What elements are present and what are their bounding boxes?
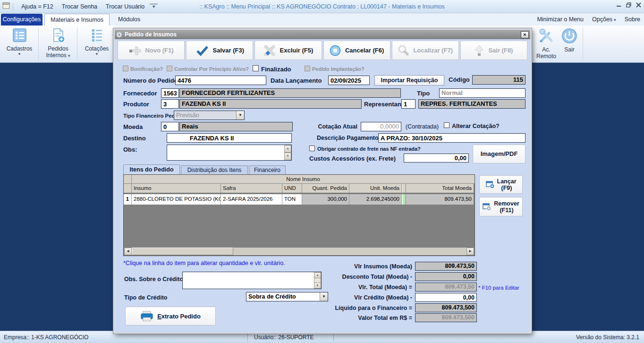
dialog-toolbar: Novo (F1) Salvar (F3) Excluir (F5)	[118, 41, 527, 60]
localizar-button[interactable]: Localizar (F7)	[392, 41, 459, 60]
col-quant-pedida[interactable]: Quant. Pedida	[302, 184, 349, 193]
scroll-up-icon[interactable]: ▲	[314, 272, 321, 278]
novo-button[interactable]: Novo (F1)	[118, 41, 185, 60]
contratada-label: (Contratada)	[406, 123, 439, 130]
tab-itens-pedido[interactable]: Itens do Pedido	[123, 164, 180, 174]
col-insumo[interactable]: Insumo	[132, 184, 221, 193]
scroll-down-icon[interactable]: ▼	[314, 283, 321, 289]
tab-configuracoes[interactable]: Configurações	[1, 14, 42, 26]
tab-materiais-insumos[interactable]: Materiais e Insumos	[44, 14, 110, 26]
window-titlebar: Ajuda = F12 Trocar Senha Trocar Usuário …	[0, 0, 644, 13]
tipo-financeiro-select[interactable]: Previsão ▼	[174, 111, 245, 120]
acesso-remoto-button[interactable]: Ac.Remoto	[534, 27, 559, 60]
fornecedor-codigo-input[interactable]	[161, 88, 179, 98]
data-lancamento-input[interactable]	[328, 76, 370, 85]
bonificacao-checkbox[interactable]	[123, 66, 128, 71]
alterar-cotacao-checkbox[interactable]	[444, 122, 449, 128]
pedido-insumos-window: Pedido de Insumos × Novo (F1) Salvar (F3…	[113, 28, 532, 334]
representante-nome-field: REPRES. FERTILIZANTES	[418, 99, 525, 109]
representante-codigo-input[interactable]	[401, 99, 415, 109]
destino-input[interactable]	[167, 133, 292, 143]
minimize-icon[interactable]	[616, 2, 621, 8]
custos-acessorios-label: Custos Acessórios (ex. Frete)	[309, 155, 396, 162]
finalizado-checkbox[interactable]	[253, 65, 259, 71]
numero-pedido-label: Número do Pedido	[123, 77, 178, 84]
implantacao-checkbox[interactable]	[305, 66, 310, 71]
cadastros-icon	[11, 27, 27, 43]
col-total-moeda[interactable]: Total Moeda	[406, 184, 474, 193]
obrigar-frete-label: Obrigar contrato de frete nas NF entrada…	[317, 146, 421, 152]
pedidos-internos-button[interactable]: Pedidos Internos ▾	[40, 27, 76, 60]
custos-acessorios-input[interactable]	[404, 154, 469, 163]
cell-und[interactable]: TON	[282, 194, 302, 205]
toolbar-overflow-icon[interactable]: ▾	[150, 4, 158, 9]
ribbon-sair-button[interactable]: Sair	[558, 27, 581, 60]
cell-total[interactable]: 809.473,50	[406, 194, 474, 205]
sobre-menu[interactable]: Sobre	[625, 16, 640, 23]
grid-corner	[124, 175, 132, 184]
opcoes-menu[interactable]: Opções▾	[592, 16, 616, 23]
scroll-left-icon[interactable]: ◄	[124, 248, 132, 255]
dialog-titlebar[interactable]: Pedido de Insumos ×	[115, 30, 530, 39]
dialog-close-button[interactable]: ×	[521, 31, 529, 38]
ribbon-tab-row: Configurações Materiais e Insumos Módulo…	[0, 13, 644, 26]
menu-ajuda[interactable]: Ajuda = F12	[17, 3, 58, 10]
restore-icon[interactable]	[626, 2, 631, 8]
obs-credito-textarea[interactable]	[182, 272, 322, 289]
cell-insumo[interactable]: 2880-CLORETO DE POTASSIO (KCL)	[132, 194, 221, 205]
importar-requisicao-button[interactable]: Importar Requisição	[374, 75, 444, 86]
chevron-down-icon: ▾	[68, 53, 70, 58]
salvar-button[interactable]: Salvar (F3)	[186, 41, 253, 60]
descricao-pagamento-input[interactable]	[378, 133, 525, 143]
tipo-credito-select[interactable]: Sobra de Crédito ▼	[246, 292, 328, 301]
scroll-up-icon[interactable]: ▲	[284, 145, 291, 153]
scroll-down-icon[interactable]: ▼	[284, 153, 291, 160]
vlr-insumos-label: Vlr Insumos (Moeda)	[256, 263, 412, 270]
produtor-codigo-input[interactable]	[161, 99, 179, 109]
status-usuario: Usuário:: 26-SUPORTE	[254, 334, 314, 341]
plus-icon	[129, 45, 141, 56]
excluir-button[interactable]: Excluir (F5)	[254, 41, 322, 60]
remover-button[interactable]: Remover(F11)	[479, 197, 523, 216]
principio-ativo-checkbox[interactable]	[167, 66, 172, 71]
obs-textarea[interactable]	[167, 145, 292, 161]
cancelar-button[interactable]: Cancelar (F6)	[323, 41, 390, 60]
imagem-pdf-button[interactable]: Imagem/PDF	[473, 145, 525, 163]
col-unit-moeda[interactable]: Unit. Moeda	[349, 184, 402, 193]
lancar-button[interactable]: Lançar(F9)	[479, 175, 523, 194]
grid-horizontal-scrollbar[interactable]: ◄ ►	[124, 248, 474, 255]
col-safra[interactable]: Safra	[221, 184, 282, 193]
obs-scrollbar[interactable]: ▲ ▼	[284, 145, 291, 160]
minimizar-menu-button[interactable]: Minimizar o Menu	[537, 16, 584, 23]
scroll-right-icon[interactable]: ►	[466, 248, 474, 255]
tab-financeiro[interactable]: Financeiro	[249, 165, 286, 174]
moeda-label: Moeda	[123, 123, 143, 130]
menu-trocar-usuario[interactable]: Trocar Usuário	[102, 3, 149, 10]
tipo-field: Normal	[439, 88, 525, 98]
cell-quant[interactable]: 300,000	[302, 194, 349, 205]
moeda-nome-field: Reais	[179, 122, 293, 131]
cell-unit[interactable]: 2.698,245000	[349, 194, 402, 205]
tab-distribuicao-itens[interactable]: Distribuição dos Itens	[181, 165, 248, 174]
sair-dialog-button[interactable]: Sair (F8)	[460, 41, 527, 60]
numero-pedido-input[interactable]	[175, 76, 266, 85]
vlr-credito-input[interactable]	[415, 293, 477, 302]
chevron-down-icon: ▾	[78, 52, 115, 56]
moeda-codigo-input[interactable]	[161, 122, 179, 131]
cotacoes-button[interactable]: Cotações ▾	[78, 27, 115, 60]
scrollbar-thumb[interactable]	[132, 248, 233, 255]
tab-modulos[interactable]: Módulos	[111, 14, 147, 26]
alterar-cotacao-label: Alterar Cotação?	[452, 123, 500, 129]
cell-safra[interactable]: 2-SAFRA 2025/2026	[221, 194, 282, 205]
extrato-pedido-button[interactable]: Extrato Pedido	[125, 307, 216, 326]
cadastros-button[interactable]: Cadastros ▾	[1, 27, 38, 60]
obs-label: Obs:	[123, 146, 137, 153]
close-icon[interactable]	[636, 2, 641, 8]
grid-row-1[interactable]: 1 2880-CLORETO DE POTASSIO (KCL) 2-SAFRA…	[124, 194, 475, 205]
obrigar-frete-checkbox[interactable]	[309, 146, 315, 151]
obs-credito-scrollbar[interactable]: ▲ ▼	[314, 272, 321, 289]
menu-trocar-senha[interactable]: Trocar Senha	[58, 3, 102, 10]
col-und[interactable]: UND	[282, 184, 302, 193]
arrow-up-icon	[475, 45, 484, 56]
magnifier-icon	[398, 45, 409, 56]
